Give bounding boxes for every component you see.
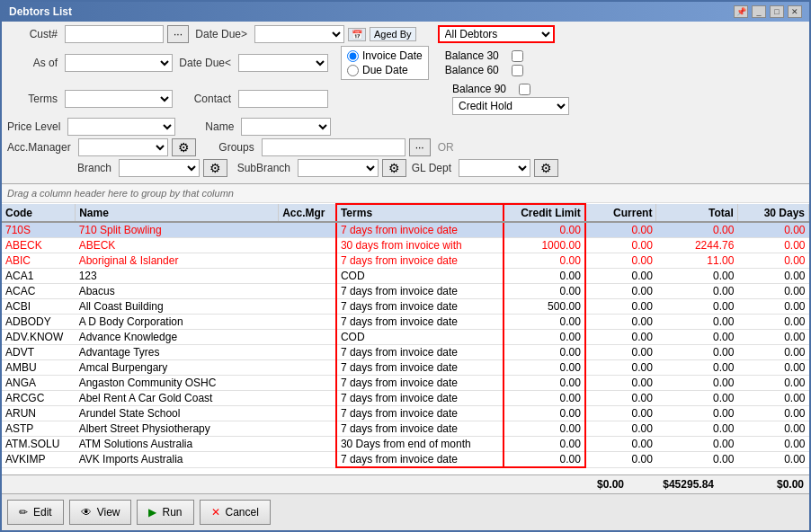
minimize-button[interactable]: _	[752, 5, 766, 18]
name-select[interactable]	[241, 118, 331, 136]
cell-name: AVK Imports Australia	[76, 452, 279, 468]
all-debtors-select[interactable]: All Debtors	[438, 25, 555, 43]
col-30days[interactable]: 30 Days	[737, 204, 808, 222]
table-row[interactable]: ATM.SOLU ATM Solutions Australia 30 Days…	[2, 437, 809, 452]
cell-credit-limit: 0.00	[504, 253, 584, 269]
cell-terms: 7 days from invoice date	[336, 360, 504, 376]
cust-dots-button[interactable]: ···	[167, 25, 189, 43]
calendar-icon-1[interactable]: 📅	[348, 28, 366, 41]
table-row[interactable]: ACAC Abacus 7 days from invoice date 0.0…	[2, 284, 809, 299]
as-of-select[interactable]	[65, 54, 173, 72]
table-container[interactable]: Code Name Acc.Mgr Terms Credit Limit Cur…	[2, 203, 809, 474]
pin-button[interactable]: 📌	[734, 5, 748, 18]
col-terms[interactable]: Terms	[336, 204, 504, 222]
debtors-table: Code Name Acc.Mgr Terms Credit Limit Cur…	[2, 203, 809, 468]
cell-name: Amcal Burpengary	[76, 360, 279, 376]
subbranch-label: SubBranch	[231, 162, 294, 174]
cell-terms: 7 days from invoice date	[336, 315, 504, 330]
cell-name: Advantage Tyres	[76, 345, 279, 360]
cell-name: Abel Rent A Car Gold Coast	[76, 391, 279, 406]
view-button[interactable]: 👁 View	[69, 500, 132, 525]
col-credit-limit[interactable]: Credit Limit	[504, 204, 584, 222]
cell-name: Abacus	[76, 284, 279, 299]
table-row[interactable]: ADBODY A D Body Corporation 7 days from …	[2, 315, 809, 330]
cell-terms: 7 days from invoice date	[336, 284, 504, 299]
balance-checks: Balance 30 Balance 60	[445, 49, 523, 76]
col-code[interactable]: Code	[2, 204, 76, 222]
gl-dept-select[interactable]	[459, 159, 530, 177]
cell-name: ATM Solutions Australia	[76, 437, 279, 452]
cell-terms: 30 Days from end of month	[336, 437, 504, 452]
restore-button[interactable]: □	[770, 5, 784, 18]
cell-acc-mgr	[279, 452, 336, 468]
cell-name: All Coast Building	[76, 299, 279, 315]
gl-dept-label: GL Dept	[410, 162, 455, 174]
price-level-select[interactable]	[67, 118, 175, 136]
subbranch-select[interactable]	[298, 159, 379, 177]
col-total[interactable]: Total	[656, 204, 737, 222]
invoice-date-radio[interactable]	[347, 50, 359, 62]
contact-label: Contact	[176, 93, 235, 105]
col-current[interactable]: Current	[585, 204, 656, 222]
edit-button[interactable]: ✏ Edit	[7, 500, 64, 525]
cell-total: 0.00	[656, 452, 737, 468]
cell-code: ABECK	[2, 238, 76, 253]
subbranch-settings-btn[interactable]: ⚙	[382, 159, 406, 177]
groups-input[interactable]	[262, 138, 406, 156]
invoice-date-radio-row: Invoice Date	[347, 49, 423, 62]
groups-dots-btn[interactable]: ···	[409, 138, 431, 156]
balance90-check[interactable]	[519, 84, 530, 95]
gl-dept-settings-btn[interactable]: ⚙	[534, 159, 558, 177]
credit-hold-select[interactable]: Credit Hold	[452, 97, 569, 115]
table-row[interactable]: ADVT Advantage Tyres 7 days from invoice…	[2, 345, 809, 360]
due-date-label: Due Date	[362, 64, 408, 76]
cell-code: AMBU	[2, 360, 76, 376]
table-row[interactable]: AVKIMP AVK Imports Australia 7 days from…	[2, 452, 809, 468]
name-label: Name	[179, 120, 237, 133]
cell-credit-limit: 0.00	[504, 452, 584, 468]
cell-credit-limit: 0.00	[504, 376, 584, 391]
invoice-date-label: Invoice Date	[362, 49, 423, 62]
cell-total: 11.00	[656, 253, 737, 269]
table-row[interactable]: ABIC Aboriginal & Islander 7 days from i…	[2, 253, 809, 269]
run-button[interactable]: ▶ Run	[137, 500, 193, 525]
table-body: 710S 710 Split Bowling 7 days from invoi…	[2, 222, 809, 467]
cell-credit-limit: 0.00	[504, 222, 584, 238]
close-button[interactable]: ✕	[788, 5, 802, 18]
cell-total: 0.00	[656, 269, 737, 284]
table-row[interactable]: ASTP Albert Street Physiotherapy 7 days …	[2, 421, 809, 437]
acc-manager-select[interactable]	[78, 138, 168, 156]
cell-acc-mgr	[279, 345, 336, 360]
branch-settings-btn[interactable]: ⚙	[203, 159, 227, 177]
cell-total: 0.00	[656, 315, 737, 330]
branch-select[interactable]	[119, 159, 200, 177]
cell-30days: 0.00	[737, 345, 808, 360]
table-row[interactable]: 710S 710 Split Bowling 7 days from invoi…	[2, 222, 809, 238]
table-row[interactable]: ADV.KNOW Advance Knowledge COD 0.00 0.00…	[2, 330, 809, 345]
cell-name: 123	[76, 269, 279, 284]
date-due-gt-select[interactable]	[254, 25, 344, 43]
cell-acc-mgr	[279, 238, 336, 253]
table-row[interactable]: ABECK ABECK 30 days from invoice with 10…	[2, 238, 809, 253]
terms-select[interactable]	[65, 90, 173, 108]
cell-code: ACBI	[2, 299, 76, 315]
run-icon: ▶	[148, 506, 156, 519]
cust-input[interactable]	[65, 25, 164, 43]
col-name[interactable]: Name	[76, 204, 279, 222]
table-row[interactable]: ANGA Angaston Community OSHC 7 days from…	[2, 376, 809, 391]
cell-total: 0.00	[656, 284, 737, 299]
contact-input[interactable]	[238, 90, 328, 108]
table-row[interactable]: AMBU Amcal Burpengary 7 days from invoic…	[2, 360, 809, 376]
cell-terms: 30 days from invoice with	[336, 238, 504, 253]
acc-manager-settings-btn[interactable]: ⚙	[172, 138, 196, 156]
due-date-radio[interactable]	[347, 65, 359, 76]
table-row[interactable]: ARUN Arundel State School 7 days from in…	[2, 406, 809, 421]
table-row[interactable]: ACA1 123 COD 0.00 0.00 0.00 0.00	[2, 269, 809, 284]
cancel-button[interactable]: ✕ Cancel	[200, 500, 271, 525]
balance30-check[interactable]	[512, 50, 523, 62]
table-row[interactable]: ACBI All Coast Building 7 days from invo…	[2, 299, 809, 315]
col-acc-mgr[interactable]: Acc.Mgr	[279, 204, 336, 222]
balance60-check[interactable]	[512, 65, 523, 76]
date-due-lt-select[interactable]	[238, 54, 328, 72]
table-row[interactable]: ARCGC Abel Rent A Car Gold Coast 7 days …	[2, 391, 809, 406]
